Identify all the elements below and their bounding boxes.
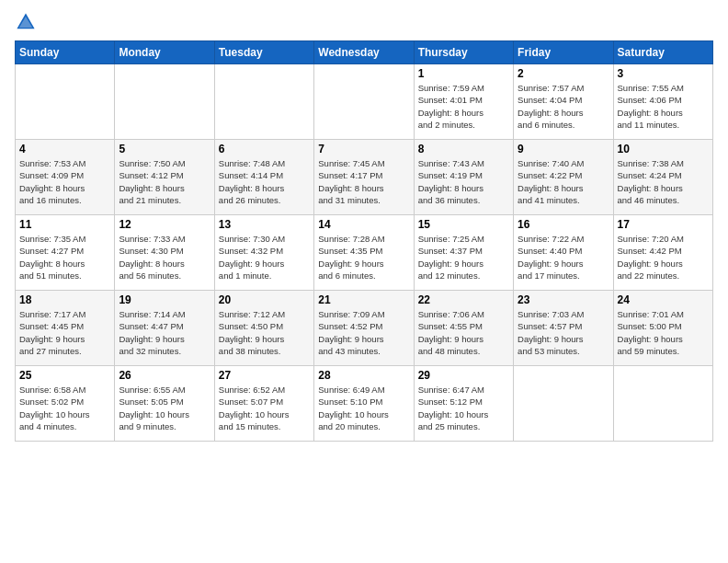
calendar-week-row: 1Sunrise: 7:59 AM Sunset: 4:01 PM Daylig… (16, 64, 713, 140)
day-number: 23 (518, 293, 609, 306)
day-number: 26 (119, 369, 210, 382)
calendar-cell: 28Sunrise: 6:49 AM Sunset: 5:10 PM Dayli… (314, 366, 414, 442)
calendar-cell: 23Sunrise: 7:03 AM Sunset: 4:57 PM Dayli… (514, 291, 613, 366)
calendar-cell: 2Sunrise: 7:57 AM Sunset: 4:04 PM Daylig… (514, 64, 613, 140)
day-info: Sunrise: 7:38 AM Sunset: 4:24 PM Dayligh… (618, 157, 709, 206)
day-number: 4 (19, 143, 110, 155)
day-number: 14 (318, 218, 409, 231)
day-number: 19 (119, 293, 210, 306)
calendar-cell: 3Sunrise: 7:55 AM Sunset: 4:06 PM Daylig… (613, 64, 712, 140)
day-number: 6 (219, 143, 310, 155)
day-number: 11 (19, 218, 110, 231)
day-number: 22 (418, 293, 509, 306)
header (15, 11, 713, 33)
weekday-header: Tuesday (214, 41, 313, 64)
calendar-cell: 16Sunrise: 7:22 AM Sunset: 4:40 PM Dayli… (514, 215, 613, 291)
calendar-cell: 24Sunrise: 7:01 AM Sunset: 5:00 PM Dayli… (613, 291, 712, 366)
day-number: 17 (618, 218, 709, 231)
calendar-week-row: 18Sunrise: 7:17 AM Sunset: 4:45 PM Dayli… (16, 291, 713, 366)
day-number: 2 (518, 67, 609, 80)
calendar-cell: 12Sunrise: 7:33 AM Sunset: 4:30 PM Dayli… (115, 215, 214, 291)
calendar-cell: 25Sunrise: 6:58 AM Sunset: 5:02 PM Dayli… (16, 366, 115, 442)
day-number: 9 (518, 143, 609, 155)
day-info: Sunrise: 6:47 AM Sunset: 5:12 PM Dayligh… (418, 384, 509, 432)
day-info: Sunrise: 7:06 AM Sunset: 4:55 PM Dayligh… (418, 308, 509, 357)
calendar-cell: 20Sunrise: 7:12 AM Sunset: 4:50 PM Dayli… (214, 291, 313, 366)
day-number: 3 (618, 67, 709, 80)
calendar-cell: 14Sunrise: 7:28 AM Sunset: 4:35 PM Dayli… (314, 215, 414, 291)
day-info: Sunrise: 7:40 AM Sunset: 4:22 PM Dayligh… (518, 157, 609, 206)
day-number: 8 (418, 143, 509, 155)
calendar-cell: 22Sunrise: 7:06 AM Sunset: 4:55 PM Dayli… (414, 291, 513, 366)
calendar-cell (613, 366, 712, 442)
day-number: 12 (119, 218, 210, 231)
calendar-cell: 18Sunrise: 7:17 AM Sunset: 4:45 PM Dayli… (16, 291, 115, 366)
day-number: 13 (219, 218, 310, 231)
day-number: 16 (518, 218, 609, 231)
day-number: 25 (19, 369, 110, 382)
day-number: 7 (318, 143, 409, 155)
day-info: Sunrise: 7:14 AM Sunset: 4:47 PM Dayligh… (119, 308, 210, 357)
day-info: Sunrise: 7:55 AM Sunset: 4:06 PM Dayligh… (618, 82, 709, 131)
day-info: Sunrise: 7:50 AM Sunset: 4:12 PM Dayligh… (119, 157, 210, 206)
day-info: Sunrise: 7:22 AM Sunset: 4:40 PM Dayligh… (518, 233, 609, 282)
day-number: 5 (119, 143, 210, 155)
calendar-cell: 8Sunrise: 7:43 AM Sunset: 4:19 PM Daylig… (414, 140, 513, 215)
calendar-cell (16, 64, 115, 140)
day-info: Sunrise: 7:45 AM Sunset: 4:17 PM Dayligh… (318, 157, 409, 206)
calendar-cell: 11Sunrise: 7:35 AM Sunset: 4:27 PM Dayli… (16, 215, 115, 291)
day-number: 15 (418, 218, 509, 231)
calendar-cell: 4Sunrise: 7:53 AM Sunset: 4:09 PM Daylig… (16, 140, 115, 215)
calendar-cell: 7Sunrise: 7:45 AM Sunset: 4:17 PM Daylig… (314, 140, 414, 215)
day-number: 27 (219, 369, 310, 382)
logo-icon (15, 11, 37, 33)
day-info: Sunrise: 7:43 AM Sunset: 4:19 PM Dayligh… (418, 157, 509, 206)
calendar-cell: 17Sunrise: 7:20 AM Sunset: 4:42 PM Dayli… (613, 215, 712, 291)
calendar-cell: 13Sunrise: 7:30 AM Sunset: 4:32 PM Dayli… (214, 215, 313, 291)
calendar-cell: 5Sunrise: 7:50 AM Sunset: 4:12 PM Daylig… (115, 140, 214, 215)
day-info: Sunrise: 7:20 AM Sunset: 4:42 PM Dayligh… (618, 233, 709, 282)
day-info: Sunrise: 7:17 AM Sunset: 4:45 PM Dayligh… (19, 308, 110, 357)
day-info: Sunrise: 7:03 AM Sunset: 4:57 PM Dayligh… (518, 308, 609, 357)
day-info: Sunrise: 7:35 AM Sunset: 4:27 PM Dayligh… (19, 233, 110, 282)
day-number: 21 (318, 293, 409, 306)
day-info: Sunrise: 6:52 AM Sunset: 5:07 PM Dayligh… (219, 384, 310, 432)
day-info: Sunrise: 6:49 AM Sunset: 5:10 PM Dayligh… (318, 384, 409, 432)
weekday-header: Friday (514, 41, 613, 64)
calendar-week-row: 4Sunrise: 7:53 AM Sunset: 4:09 PM Daylig… (16, 140, 713, 215)
calendar-week-row: 11Sunrise: 7:35 AM Sunset: 4:27 PM Dayli… (16, 215, 713, 291)
day-info: Sunrise: 7:57 AM Sunset: 4:04 PM Dayligh… (518, 82, 609, 131)
weekday-header: Saturday (613, 41, 712, 64)
calendar-cell: 6Sunrise: 7:48 AM Sunset: 4:14 PM Daylig… (214, 140, 313, 215)
calendar-week-row: 25Sunrise: 6:58 AM Sunset: 5:02 PM Dayli… (16, 366, 713, 442)
calendar-cell: 15Sunrise: 7:25 AM Sunset: 4:37 PM Dayli… (414, 215, 513, 291)
weekday-header: Sunday (16, 41, 115, 64)
day-info: Sunrise: 7:01 AM Sunset: 5:00 PM Dayligh… (618, 308, 709, 357)
day-info: Sunrise: 7:12 AM Sunset: 4:50 PM Dayligh… (219, 308, 310, 357)
day-number: 1 (418, 67, 509, 80)
day-info: Sunrise: 7:59 AM Sunset: 4:01 PM Dayligh… (418, 82, 509, 131)
day-number: 24 (618, 293, 709, 306)
calendar-cell: 29Sunrise: 6:47 AM Sunset: 5:12 PM Dayli… (414, 366, 513, 442)
day-info: Sunrise: 7:28 AM Sunset: 4:35 PM Dayligh… (318, 233, 409, 282)
calendar-cell (214, 64, 313, 140)
calendar-cell (514, 366, 613, 442)
calendar-cell: 9Sunrise: 7:40 AM Sunset: 4:22 PM Daylig… (514, 140, 613, 215)
logo (15, 11, 40, 33)
day-number: 18 (19, 293, 110, 306)
weekday-header: Thursday (414, 41, 513, 64)
day-info: Sunrise: 7:25 AM Sunset: 4:37 PM Dayligh… (418, 233, 509, 282)
day-number: 20 (219, 293, 310, 306)
calendar-cell: 26Sunrise: 6:55 AM Sunset: 5:05 PM Dayli… (115, 366, 214, 442)
day-number: 28 (318, 369, 409, 382)
day-info: Sunrise: 6:55 AM Sunset: 5:05 PM Dayligh… (119, 384, 210, 432)
calendar-table: SundayMondayTuesdayWednesdayThursdayFrid… (15, 40, 713, 442)
weekday-header-row: SundayMondayTuesdayWednesdayThursdayFrid… (16, 41, 713, 64)
page: SundayMondayTuesdayWednesdayThursdayFrid… (0, 0, 728, 563)
day-info: Sunrise: 7:30 AM Sunset: 4:32 PM Dayligh… (219, 233, 310, 282)
day-info: Sunrise: 7:33 AM Sunset: 4:30 PM Dayligh… (119, 233, 210, 282)
weekday-header: Monday (115, 41, 214, 64)
day-info: Sunrise: 7:48 AM Sunset: 4:14 PM Dayligh… (219, 157, 310, 206)
calendar-cell: 1Sunrise: 7:59 AM Sunset: 4:01 PM Daylig… (414, 64, 513, 140)
day-info: Sunrise: 6:58 AM Sunset: 5:02 PM Dayligh… (19, 384, 110, 432)
